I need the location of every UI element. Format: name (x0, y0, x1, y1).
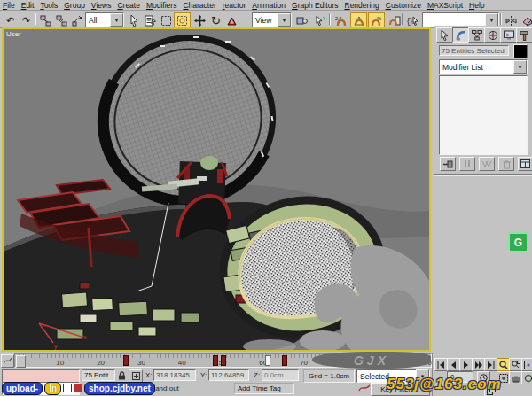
selection-lock-toggle[interactable] (118, 371, 126, 380)
menu-create[interactable]: Create (117, 1, 140, 10)
menu-tools[interactable]: Tools (40, 1, 58, 10)
snap-3d-icon: 2.5 (335, 15, 348, 27)
selection-filter-value: All (86, 16, 110, 25)
svg-text:b: b (506, 32, 509, 37)
command-panel: b 75 Entities Selected Modifier List ▼ G (434, 26, 532, 396)
select-and-link-button[interactable] (37, 12, 54, 28)
zoom-button[interactable] (497, 358, 510, 371)
crossing-icon (176, 15, 188, 27)
open-mini-curve-editor-button[interactable] (1, 354, 14, 368)
menu-reactor[interactable]: reactor (223, 1, 246, 10)
zoom-extents-button[interactable] (521, 358, 532, 371)
make-unique-button[interactable] (479, 157, 495, 171)
go-to-start-button[interactable] (434, 358, 448, 371)
spinner-snap-toggle-button[interactable] (386, 12, 403, 28)
reference-coordinate-value: View (253, 16, 278, 25)
watermark-email: 553j@163.com (387, 376, 502, 393)
window-crossing-button[interactable] (174, 12, 191, 28)
next-frame-button[interactable] (472, 358, 485, 371)
pin-stack-button[interactable] (440, 157, 456, 171)
svg-text:{}: {} (407, 17, 412, 26)
new-key-default-inout-toggle[interactable] (358, 384, 371, 392)
tab-motion[interactable] (484, 27, 501, 43)
y-coordinate-field[interactable]: 112.64859 (208, 369, 249, 381)
undo-button[interactable]: ↶ (2, 12, 19, 28)
curve-toggle-icon (358, 384, 371, 392)
viewport-canvas[interactable]: x y (4, 29, 429, 350)
z-coordinate-field[interactable]: 0.0cm (262, 369, 299, 381)
utilities-icon (520, 30, 530, 41)
dropdown-arrow-icon[interactable]: ▼ (278, 13, 291, 27)
zoom-icon (499, 361, 508, 369)
timeline-key[interactable] (265, 355, 270, 366)
percent-snap-toggle-button[interactable]: % (368, 12, 385, 28)
timeline-key[interactable] (213, 355, 218, 366)
lock-icon (118, 371, 126, 380)
viewport-label[interactable]: User (6, 30, 21, 38)
edit-named-selections-button[interactable]: {} (404, 12, 421, 28)
show-end-result-button[interactable] (459, 157, 475, 171)
unlink-selection-button[interactable] (53, 12, 70, 28)
play-animation-button[interactable] (459, 358, 473, 371)
menu-edit[interactable]: Edit (21, 1, 35, 10)
perspective-viewport[interactable]: User (2, 27, 431, 352)
pan-hand-icon (512, 374, 520, 383)
reference-coordinate-dropdown[interactable]: View ▼ (252, 12, 292, 27)
remove-modifier-button[interactable] (498, 157, 514, 171)
pan-button[interactable] (509, 371, 522, 384)
menu-rendering[interactable]: Rendering (345, 1, 379, 10)
select-and-scale-button[interactable] (223, 12, 240, 28)
go-to-end-button[interactable] (484, 358, 497, 371)
align-icon (521, 15, 532, 27)
select-object-button[interactable] (126, 12, 143, 28)
x-coordinate-field[interactable]: 318.18345 (153, 369, 196, 381)
previous-frame-button[interactable] (447, 358, 460, 371)
tab-create[interactable] (436, 27, 453, 43)
tab-display[interactable]: b (500, 27, 517, 43)
scale-icon (226, 15, 238, 27)
dropdown-arrow-icon[interactable]: ▼ (110, 13, 123, 27)
tab-modify[interactable] (452, 27, 469, 43)
track-bar: 102030405060708090100 GJX (0, 353, 432, 368)
select-and-manipulate-button[interactable] (312, 12, 329, 28)
bind-to-space-warp-button[interactable] (69, 12, 86, 28)
snaps-toggle-button[interactable]: 2.5 (332, 12, 349, 28)
desktop-g-badge: G (508, 232, 528, 252)
modifier-stack-list[interactable] (439, 75, 528, 155)
menu-group[interactable]: Group (64, 1, 85, 10)
tab-utilities[interactable] (516, 27, 532, 43)
timeline-key[interactable] (123, 355, 129, 366)
timeline-key[interactable] (221, 355, 226, 366)
menu-modifiers[interactable]: Modifiers (146, 1, 177, 10)
dropdown-arrow-icon[interactable]: ▼ (513, 60, 527, 74)
add-time-tag[interactable]: Add Time Tag (234, 383, 294, 394)
select-by-name-button[interactable] (142, 12, 159, 28)
timeline-key[interactable] (282, 355, 287, 366)
object-color-swatch[interactable] (513, 44, 528, 58)
angle-snap-toggle-button[interactable] (350, 12, 367, 28)
undo-icon: ↶ (6, 16, 14, 26)
use-pivot-point-center-button[interactable] (293, 12, 310, 28)
zoom-all-button[interactable] (509, 358, 522, 371)
dropdown-arrow-icon[interactable]: ▼ (485, 13, 498, 27)
tab-hierarchy[interactable] (468, 27, 485, 43)
menu-file[interactable]: File (3, 1, 15, 10)
menu-help[interactable]: Help (469, 1, 484, 10)
modifier-list-dropdown[interactable]: Modifier List ▼ (439, 59, 528, 74)
rectangular-selection-region-button[interactable] (158, 12, 175, 28)
menu-graph-editors[interactable]: Graph Editors (292, 1, 338, 10)
select-and-rotate-button[interactable]: ↻ (207, 12, 224, 28)
watermark-left: upload- In shop.cjdby.net (2, 381, 155, 395)
menu-maxscript[interactable]: MAXScript (427, 1, 463, 10)
configure-modifier-sets-button[interactable] (518, 157, 532, 171)
select-and-move-button[interactable] (192, 12, 208, 28)
menu-customize[interactable]: Customize (386, 1, 421, 10)
zoom-extents-icon (524, 361, 532, 369)
time-slider-handle[interactable] (16, 355, 26, 368)
menu-animation[interactable]: Animation (252, 1, 286, 10)
menu-views[interactable]: Views (91, 1, 112, 10)
selection-filter-dropdown[interactable]: All ▼ (85, 12, 124, 27)
arc-rotate-button[interactable] (521, 371, 532, 384)
menu-character[interactable]: Character (183, 1, 215, 10)
redo-button[interactable]: ↷ (18, 12, 35, 28)
